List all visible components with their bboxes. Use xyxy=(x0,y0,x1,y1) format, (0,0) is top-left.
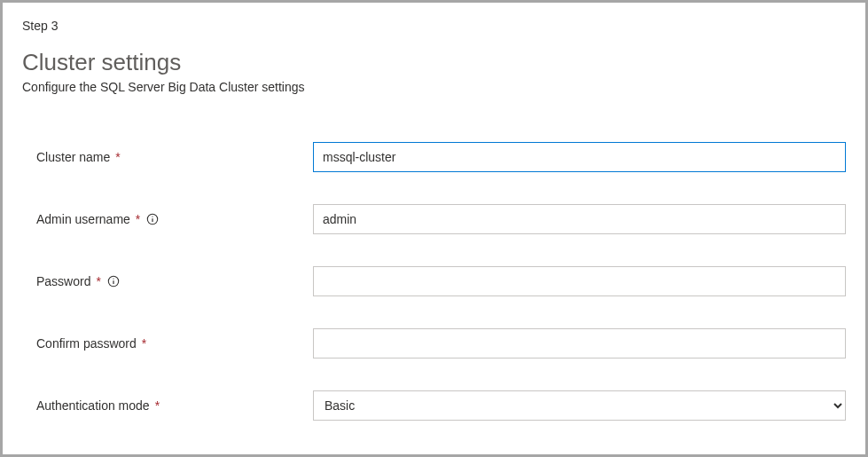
field-row-authentication-mode: Authentication mode * Basic xyxy=(36,390,846,421)
required-asterisk: * xyxy=(96,274,100,288)
svg-point-2 xyxy=(152,217,153,217)
page-subtitle: Configure the SQL Server Big Data Cluste… xyxy=(22,80,846,94)
confirm-password-input[interactable] xyxy=(313,328,846,359)
field-row-admin-username: Admin username * xyxy=(36,204,846,234)
label-text-authentication-mode: Authentication mode xyxy=(36,398,150,413)
label-password: Password * xyxy=(36,274,313,288)
label-admin-username: Admin username * xyxy=(36,212,313,226)
field-row-cluster-name: Cluster name * xyxy=(36,142,846,172)
info-icon[interactable] xyxy=(106,274,121,288)
label-cluster-name: Cluster name * xyxy=(36,150,313,164)
required-asterisk: * xyxy=(115,150,120,164)
field-row-password: Password * xyxy=(36,266,846,296)
password-input[interactable] xyxy=(313,266,846,296)
label-confirm-password: Confirm password * xyxy=(36,336,313,351)
required-asterisk: * xyxy=(155,398,160,413)
cluster-name-input[interactable] xyxy=(313,142,846,172)
required-asterisk: * xyxy=(142,336,146,351)
label-authentication-mode: Authentication mode * xyxy=(36,398,313,413)
field-row-confirm-password: Confirm password * xyxy=(36,328,846,359)
cluster-settings-form: Cluster name * Admin username * Password… xyxy=(22,142,846,421)
step-label: Step 3 xyxy=(22,19,846,33)
required-asterisk: * xyxy=(136,212,140,226)
authentication-mode-select[interactable]: Basic xyxy=(313,390,846,421)
page-title: Cluster settings xyxy=(22,49,846,76)
admin-username-input[interactable] xyxy=(313,204,846,234)
svg-point-5 xyxy=(113,279,113,280)
label-text-password: Password xyxy=(36,274,90,288)
label-text-confirm-password: Confirm password xyxy=(36,336,137,351)
label-text-cluster-name: Cluster name xyxy=(36,150,110,164)
label-text-admin-username: Admin username xyxy=(36,212,130,226)
info-icon[interactable] xyxy=(145,212,160,226)
